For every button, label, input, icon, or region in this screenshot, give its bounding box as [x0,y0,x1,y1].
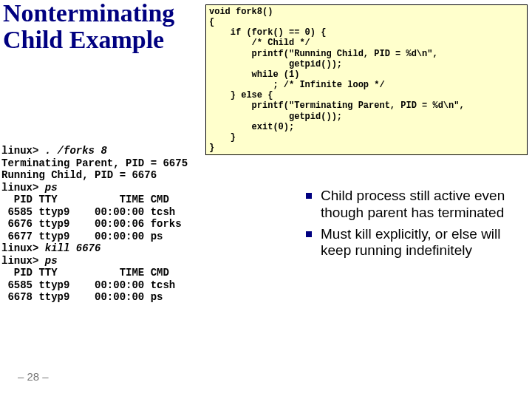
typed-command: ps [45,182,58,194]
bullet-list: Child process still active even though p… [306,188,528,264]
terminal-line: 6678 ttyp9 00:00:00 ps [1,291,163,303]
terminal-line: Running Child, PID = 6676 [1,169,157,181]
square-bullet-icon [306,231,312,237]
typed-command: kill 6676 [45,242,101,254]
slide-title: Nonterminating Child Example [3,0,201,52]
code-block: void fork8() { if (fork() == 0) { /* Chi… [205,4,528,155]
bullet-text: Must kill explicitly, or else will keep … [321,226,528,260]
terminal-line: 6676 ttyp9 00:00:06 forks [1,218,182,230]
bullet-item: Child process still active even though p… [306,188,528,222]
terminal-line: 6585 ttyp9 00:00:00 tcsh [1,279,175,291]
prompt: linux> [1,242,45,254]
terminal-line: PID TTY TIME CMD [1,267,169,279]
prompt: linux> [1,145,45,157]
typed-command: ps [45,255,58,267]
terminal-line: PID TTY TIME CMD [1,194,169,205]
typed-command: . /forks 8 [45,145,107,157]
page-number: – 28 – [18,370,49,383]
terminal-line: Terminating Parent, PID = 6675 [1,157,188,169]
terminal-line: 6677 ttyp9 00:00:00 ps [1,231,163,242]
prompt: linux> [1,182,45,194]
terminal-output: linux> . /forks 8 Terminating Parent, PI… [1,145,250,304]
terminal-line: 6585 ttyp9 00:00:00 tcsh [1,206,175,218]
bullet-text: Child process still active even though p… [321,188,528,222]
slide: Nonterminating Child Example void fork8(… [0,0,532,399]
prompt: linux> [1,255,45,267]
square-bullet-icon [306,193,312,199]
bullet-item: Must kill explicitly, or else will keep … [306,226,528,260]
